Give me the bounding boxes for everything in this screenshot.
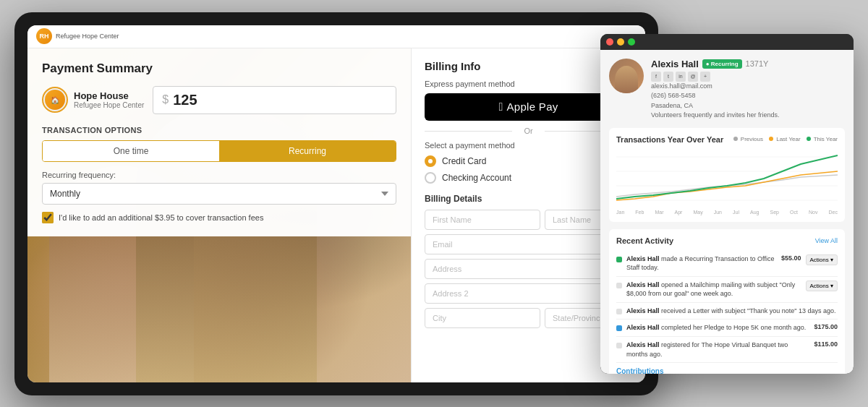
activity-text-2: Alexis Hall opened a Mailchimp mailing w… (626, 280, 801, 299)
activity-dot-4 (616, 325, 622, 331)
tablet-topbar: RH Refugee Hope Center (27, 25, 645, 48)
email-icon[interactable]: @ (688, 72, 698, 82)
activity-actions-1: Actions ▾ (806, 254, 838, 265)
avatar-silhouette (615, 66, 638, 93)
activity-item: Alexis Hall made a Recurring Transaction… (616, 251, 838, 277)
facebook-icon[interactable]: f (651, 72, 661, 82)
legend-previous-dot (733, 137, 738, 141)
photo-section: Payment Summary 🏠 Hope House Refugee Hop… (27, 48, 411, 382)
activity-item: Alexis Hall received a Letter with subje… (616, 303, 838, 320)
checking-label: Checking Account (442, 173, 511, 183)
activity-actions-2: Actions ▾ (806, 280, 838, 291)
maximize-window-button[interactable] (628, 38, 635, 46)
profile-name-row: Alexis Hall ● Recurring 1371Y (651, 59, 845, 69)
activity-dot-1 (616, 257, 622, 262)
first-name-input[interactable] (425, 210, 540, 230)
org-logo-icon: 🏠 (45, 90, 65, 110)
recent-activity-title: Recent Activity (616, 236, 673, 245)
fee-label: I'd like to add an additional $3.95 to c… (59, 213, 263, 222)
transaction-options-label: Transaction Options (42, 126, 396, 134)
frequency-select[interactable]: Monthly (42, 183, 396, 205)
profile-location: Pasadena, CA (651, 101, 845, 111)
activity-item: Alexis Hall registered for The Hope Virt… (616, 337, 838, 363)
minimize-window-button[interactable] (617, 38, 624, 46)
app-logo-icon: RH (36, 28, 52, 44)
city-input[interactable] (425, 308, 540, 328)
profile-email: alexis.hall@mail.com (651, 82, 845, 92)
amount-field[interactable]: $ 125 (153, 86, 396, 114)
profile-name: Alexis Hall (651, 59, 699, 69)
activity-dot-2 (616, 283, 622, 288)
chart-legend: Previous Last Year This Year (733, 136, 838, 142)
legend-last-year: Last Year (769, 136, 801, 142)
twitter-icon[interactable]: t (663, 72, 673, 82)
recurring-badge: ● Recurring (702, 59, 742, 69)
apple-pay-label: Apple Pay (507, 100, 558, 113)
actions-button-2[interactable]: Actions ▾ (806, 280, 838, 291)
logo-area: RH Refugee Hope Center (36, 28, 119, 44)
recurring-frequency-label: Recurring frequency: (42, 171, 396, 179)
legend-last-year-dot (769, 137, 773, 141)
close-window-button[interactable] (606, 38, 613, 46)
org-subtitle: Refugee Hope Center (74, 101, 144, 109)
org-info: 🏠 Hope House Refugee Hope Center (42, 87, 144, 113)
transaction-buttons: One time Recurring (42, 140, 396, 162)
fee-row: I'd like to add an additional $3.95 to c… (42, 212, 396, 223)
desktop-frame: Alexis Hall ● Recurring 1371Y f t in @ +… (600, 34, 854, 374)
scene: RH Refugee Hope Center Payment Summary (14, 12, 854, 395)
profile-volunteer-note: Volunteers frequently and invites her fr… (651, 111, 845, 121)
desktop-content: Alexis Hall ● Recurring 1371Y f t in @ +… (600, 50, 854, 374)
activity-dot-3 (616, 309, 622, 314)
chart-x-labels: Jan Feb Mar Apr May Jun Jul Aug Sep Oct … (616, 210, 838, 215)
activity-item: Alexis Hall completed her Pledge to Hope… (616, 320, 838, 337)
activity-text-3: Alexis Hall received a Letter with subje… (626, 307, 838, 316)
fee-checkbox[interactable] (42, 212, 54, 223)
legend-this-year-dot (807, 137, 811, 141)
chart-title: Transactions Year Over Year (616, 135, 723, 144)
activity-amount-1: $55.00 (781, 254, 801, 262)
billing-title: Billing Info (425, 60, 480, 72)
activity-text-4: Alexis Hall completed her Pledge to Hope… (626, 323, 809, 333)
chart-svg (616, 150, 838, 207)
one-time-button[interactable]: One time (43, 141, 219, 161)
org-text: Hope House Refugee Hope Center (74, 90, 144, 109)
activity-text-5: Alexis Hall registered for The Hope Virt… (626, 340, 809, 359)
payment-title: Payment Summary (42, 61, 396, 76)
activity-amount-4: $175.00 (814, 323, 838, 330)
org-name: Hope House (74, 90, 144, 101)
avatar (609, 59, 644, 93)
profile-score: 1371Y (746, 59, 769, 68)
profile-social: f t in @ + (651, 72, 845, 82)
checking-radio[interactable] (425, 172, 436, 184)
chart-section: Transactions Year Over Year Previous Las… (609, 128, 845, 222)
app-logo-text: Refugee Hope Center (56, 33, 119, 40)
activity-dot-5 (616, 343, 622, 348)
profile-phone: (626) 568-5458 (651, 91, 845, 101)
tablet-frame: RH Refugee Hope Center Payment Summary (14, 12, 658, 395)
activity-text-1: Alexis Hall made a Recurring Transaction… (626, 254, 777, 273)
amount-value: 125 (173, 92, 197, 108)
org-amount-row: 🏠 Hope House Refugee Hope Center $ 125 (42, 86, 396, 114)
activity-item: Alexis Hall opened a Mailchimp mailing w… (616, 277, 838, 303)
linkedin-icon[interactable]: in (676, 72, 686, 82)
profile-section: Alexis Hall ● Recurring 1371Y f t in @ +… (609, 59, 845, 121)
recent-activity-header: Recent Activity View All (616, 236, 838, 245)
credit-card-label: Credit Card (442, 156, 486, 166)
chart-header: Transactions Year Over Year Previous Las… (616, 135, 838, 144)
view-all-link[interactable]: View All (815, 237, 838, 244)
tablet-inner: RH Refugee Hope Center Payment Summary (27, 25, 645, 382)
credit-card-radio[interactable] (425, 155, 436, 167)
legend-this-year: This Year (807, 136, 838, 142)
chart-area (616, 150, 838, 207)
contributions-link[interactable]: Contributions (616, 367, 838, 373)
desktop-titlebar (600, 34, 854, 50)
recent-activity-section: Recent Activity View All Alexis Hall mad… (609, 229, 845, 374)
tablet-content: Payment Summary 🏠 Hope House Refugee Hop… (27, 48, 645, 382)
profile-info: Alexis Hall ● Recurring 1371Y f t in @ +… (651, 59, 845, 121)
activity-amount-5: $115.00 (814, 340, 838, 348)
payment-summary-card: Payment Summary 🏠 Hope House Refugee Hop… (27, 48, 411, 236)
more-icon[interactable]: + (700, 72, 710, 82)
actions-button-1[interactable]: Actions ▾ (806, 254, 838, 265)
recurring-button[interactable]: Recurring (219, 141, 396, 161)
legend-previous: Previous (733, 136, 763, 142)
